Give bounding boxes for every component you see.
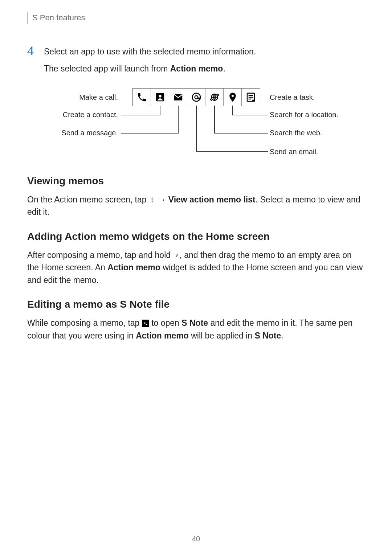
message-icon — [169, 89, 187, 106]
connector-line — [232, 106, 233, 115]
step-4: 4 Select an app to use with the selected… — [27, 46, 365, 80]
connector-line — [196, 151, 268, 152]
svg-text:S: S — [143, 321, 146, 325]
page-number: 40 — [0, 535, 392, 543]
connector-line — [121, 97, 132, 98]
paragraph-viewing: On the Action memo screen, tap → View ac… — [27, 193, 365, 218]
s-note-icon: S — [142, 320, 149, 327]
label-search-web: Search the web. — [270, 129, 322, 137]
connector-line — [214, 133, 268, 134]
step-number: 4 — [27, 44, 44, 57]
connector-line — [232, 115, 268, 116]
icon-toolbar — [132, 88, 260, 106]
label-send-email: Send an email. — [270, 148, 318, 156]
section-label: S Pen features — [32, 13, 85, 22]
header-marker — [27, 12, 28, 24]
svg-point-1 — [159, 95, 162, 98]
svg-point-4 — [195, 95, 198, 99]
paragraph-editing: While composing a memo, tap S to open S … — [27, 317, 365, 342]
label-make-call: Make a call. — [79, 93, 118, 102]
more-options-icon — [149, 194, 155, 201]
label-create-task: Create a task. — [270, 93, 315, 102]
pin-icon — [173, 250, 179, 256]
location-pin-icon — [224, 89, 242, 106]
heading-viewing-memos: Viewing memos — [27, 175, 365, 187]
svg-point-3 — [192, 93, 200, 101]
connector-line — [178, 106, 179, 134]
heading-adding-widgets: Adding Action memo widgets on the Home s… — [27, 231, 365, 242]
svg-point-9 — [151, 201, 152, 202]
connector-line — [260, 97, 268, 98]
step-line-1: Select an app to use with the selected m… — [44, 46, 365, 58]
contact-icon — [151, 89, 169, 106]
section-header: S Pen features — [27, 11, 365, 24]
at-icon — [187, 89, 205, 106]
step-content: Select an app to use with the selected m… — [44, 46, 365, 80]
connector-line — [121, 133, 178, 134]
svg-point-8 — [151, 199, 152, 200]
label-send-message: Send a message. — [61, 129, 118, 137]
connector-line — [160, 106, 160, 115]
task-list-icon — [242, 89, 260, 106]
heading-editing-snote: Editing a memo as S Note file — [27, 299, 365, 310]
globe-arrows-icon — [205, 89, 224, 106]
phone-icon — [133, 89, 151, 106]
connector-line — [214, 106, 215, 134]
connector-line — [121, 115, 160, 116]
step-line-2: The selected app will launch from Action… — [44, 63, 365, 75]
action-memo-icon-diagram: Make a call. Create a contact. Send a me… — [27, 88, 365, 161]
paragraph-adding: After composing a memo, tap and hold , a… — [27, 249, 365, 287]
page: S Pen features 4 Select an app to use wi… — [0, 0, 392, 554]
svg-point-7 — [151, 197, 152, 198]
label-create-contact: Create a contact. — [63, 111, 118, 119]
connector-line — [196, 106, 197, 152]
label-search-location: Search for a location. — [270, 111, 338, 119]
